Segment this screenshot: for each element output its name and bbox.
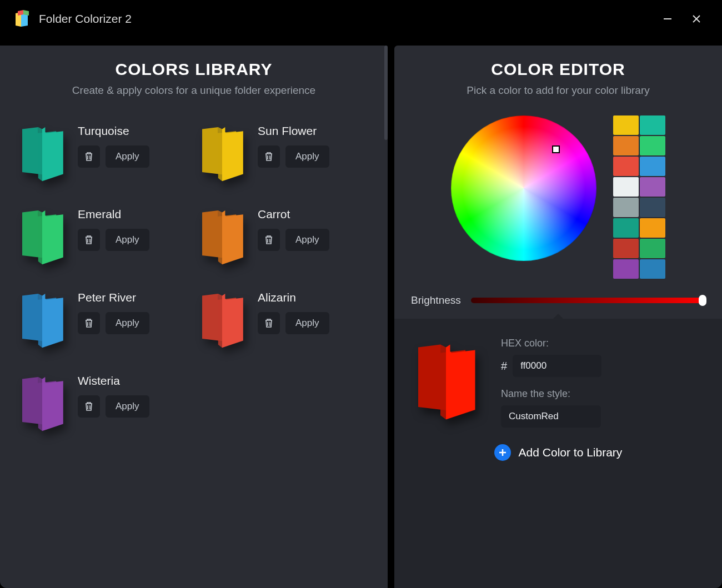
hex-input[interactable] bbox=[513, 355, 601, 377]
swatch[interactable] bbox=[640, 198, 665, 217]
swatch[interactable] bbox=[613, 239, 639, 258]
apply-button[interactable]: Apply bbox=[285, 145, 329, 168]
color-name: Emerald bbox=[78, 208, 149, 221]
close-button[interactable] bbox=[684, 7, 709, 31]
hex-label: HEX color: bbox=[501, 338, 705, 349]
preview-panel: HEX color: # Name the style: Add Color t… bbox=[394, 319, 722, 588]
add-color-label: Add Color to Library bbox=[519, 446, 623, 459]
folder-icon bbox=[17, 122, 68, 182]
apply-button[interactable]: Apply bbox=[285, 312, 329, 334]
color-name: Wisteria bbox=[78, 374, 149, 388]
editor-heading: Color Editor bbox=[411, 60, 705, 79]
color-name: Turquoise bbox=[78, 124, 149, 138]
color-wheel[interactable] bbox=[451, 115, 596, 261]
color-wheel-indicator[interactable] bbox=[552, 145, 560, 153]
delete-button[interactable] bbox=[78, 145, 100, 168]
delete-button[interactable] bbox=[258, 229, 280, 251]
swatch[interactable] bbox=[613, 157, 639, 176]
swatch[interactable] bbox=[613, 136, 639, 155]
app-window: Folder Colorizer 2 Colors Library Create… bbox=[0, 0, 722, 588]
delete-button[interactable] bbox=[258, 312, 280, 334]
apply-button[interactable]: Apply bbox=[106, 312, 149, 334]
brightness-thumb[interactable] bbox=[699, 295, 706, 306]
swatch[interactable] bbox=[613, 198, 639, 217]
color-name: Peter River bbox=[78, 291, 149, 304]
color-name: Carrot bbox=[258, 208, 329, 221]
editor-subheading: Pick a color to add for your color libra… bbox=[411, 84, 705, 97]
delete-button[interactable] bbox=[78, 229, 100, 251]
apply-button[interactable]: Apply bbox=[106, 395, 149, 418]
folder-icon bbox=[17, 372, 68, 432]
folder-icon bbox=[17, 205, 68, 265]
swatch-grid bbox=[613, 115, 665, 279]
folder-icon bbox=[197, 289, 248, 349]
name-label: Name the style: bbox=[501, 388, 705, 400]
delete-button[interactable] bbox=[78, 312, 100, 334]
apply-button[interactable]: Apply bbox=[285, 229, 329, 251]
color-name: Alizarin bbox=[258, 291, 329, 304]
minimize-button[interactable] bbox=[655, 7, 680, 31]
brightness-label: Brightness bbox=[411, 294, 461, 306]
swatch[interactable] bbox=[640, 136, 665, 155]
color-name: Sun Flower bbox=[258, 124, 329, 138]
apply-button[interactable]: Apply bbox=[106, 229, 149, 251]
library-subheading: Create & apply colors for a unique folde… bbox=[17, 84, 371, 97]
color-card: Sun Flower Apply bbox=[197, 122, 371, 182]
swatch[interactable] bbox=[640, 259, 665, 279]
swatch[interactable] bbox=[613, 259, 639, 279]
color-card: Emerald Apply bbox=[17, 205, 191, 265]
plus-icon bbox=[494, 444, 511, 461]
swatch[interactable] bbox=[613, 115, 639, 135]
brightness-slider[interactable] bbox=[471, 298, 705, 303]
delete-button[interactable] bbox=[258, 145, 280, 168]
preview-folder-icon bbox=[411, 338, 481, 421]
color-card: Carrot Apply bbox=[197, 205, 371, 265]
folder-icon bbox=[197, 122, 248, 182]
delete-button[interactable] bbox=[78, 395, 100, 418]
swatch[interactable] bbox=[613, 177, 639, 197]
scrollbar[interactable] bbox=[384, 46, 388, 140]
folder-icon bbox=[197, 205, 248, 265]
name-input[interactable] bbox=[501, 405, 601, 428]
folder-icon bbox=[17, 289, 68, 349]
color-card: Wisteria Apply bbox=[17, 372, 191, 432]
swatch[interactable] bbox=[640, 157, 665, 176]
titlebar: Folder Colorizer 2 bbox=[0, 0, 722, 38]
color-card: Alizarin Apply bbox=[197, 289, 371, 349]
color-card: Peter River Apply bbox=[17, 289, 191, 349]
swatch[interactable] bbox=[613, 218, 639, 238]
colors-library-panel: Colors Library Create & apply colors for… bbox=[0, 46, 388, 588]
app-logo-icon bbox=[13, 10, 31, 28]
color-editor-panel: Color Editor Pick a color to add for you… bbox=[394, 46, 722, 319]
color-card: Turquoise Apply bbox=[17, 122, 191, 182]
swatch[interactable] bbox=[640, 177, 665, 197]
swatch[interactable] bbox=[640, 218, 665, 238]
swatch[interactable] bbox=[640, 239, 665, 258]
add-color-button[interactable]: Add Color to Library bbox=[411, 444, 705, 461]
app-title: Folder Colorizer 2 bbox=[39, 12, 132, 26]
hex-prefix: # bbox=[501, 360, 507, 373]
library-heading: Colors Library bbox=[17, 60, 371, 79]
apply-button[interactable]: Apply bbox=[106, 145, 149, 168]
swatch[interactable] bbox=[640, 115, 665, 135]
